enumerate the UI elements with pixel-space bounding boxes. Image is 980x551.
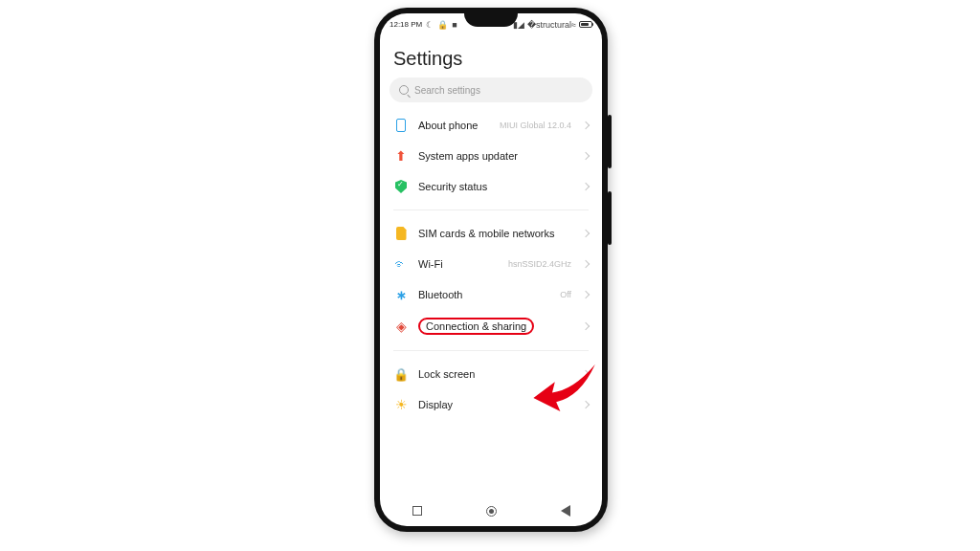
list-item-connection-and-sharing[interactable]: ◈ Connection & sharing — [380, 310, 602, 342]
share-icon: ◈ — [393, 319, 409, 334]
battery-icon — [579, 21, 592, 28]
list-item-value: MIUI Global 12.0.4 — [500, 121, 571, 130]
list-item-bluetooth[interactable]: ∗ Bluetooth Off — [380, 279, 602, 310]
side-button — [608, 191, 612, 245]
chevron-right-icon — [582, 370, 590, 378]
nav-bar — [380, 496, 602, 526]
bluetooth-icon: ∗ — [393, 287, 409, 302]
search-input[interactable]: Search settings — [390, 77, 592, 102]
list-item-value: hsnSSID2.4GHz — [508, 259, 571, 269]
chevron-right-icon — [582, 260, 590, 268]
list-item-label: Bluetooth — [418, 289, 550, 300]
chevron-right-icon — [582, 183, 590, 190]
display-notch — [464, 13, 518, 27]
list-item-about-phone[interactable]: About phone MIUI Global 12.0.4 — [380, 110, 602, 141]
phone-screen: 12:18 PM ☾ 🔒 ■ ▮◢ �structural≈ Settings … — [380, 13, 602, 526]
wifi-icon: �structural≈ — [527, 20, 576, 30]
back-button[interactable] — [561, 505, 570, 517]
side-button — [608, 115, 612, 168]
sim-icon — [393, 226, 409, 241]
camera-icon: ■ — [452, 20, 457, 30]
shield-icon — [393, 179, 409, 194]
list-item-value: Off — [560, 290, 571, 299]
sun-icon: ☀ — [393, 397, 409, 412]
update-icon: ⬆ — [393, 148, 409, 164]
list-item-lock-screen[interactable]: 🔒 Lock screen — [380, 359, 602, 389]
list-item-label: Lock screen — [418, 368, 571, 380]
chevron-right-icon — [582, 322, 590, 330]
phone-icon — [393, 118, 409, 133]
recents-button[interactable] — [412, 506, 422, 516]
divider — [393, 209, 589, 210]
clock: 12:18 PM — [390, 20, 422, 29]
divider — [393, 350, 589, 351]
phone-frame: 12:18 PM ☾ 🔒 ■ ▮◢ �structural≈ Settings … — [374, 8, 608, 532]
dnd-icon: ☾ — [426, 20, 434, 30]
lock-icon: 🔒 — [393, 366, 409, 382]
list-item-security-status[interactable]: Security status — [380, 171, 602, 202]
list-item-system-apps-updater[interactable]: ⬆ System apps updater — [380, 141, 602, 171]
list-item-label: Security status — [418, 181, 571, 192]
search-placeholder: Search settings — [414, 85, 480, 96]
list-item-label: Connection & sharing — [418, 318, 571, 335]
list-item-label: Display — [418, 399, 571, 410]
wifi-icon: ᯤ — [393, 256, 409, 272]
list-item-display[interactable]: ☀ Display — [380, 389, 602, 420]
page-title: Settings — [380, 33, 602, 77]
list-item-label: About phone — [418, 120, 490, 131]
chevron-right-icon — [582, 401, 590, 408]
chevron-right-icon — [582, 230, 590, 237]
list-item-label: Wi-Fi — [418, 258, 499, 270]
chevron-right-icon — [582, 291, 590, 298]
search-icon — [399, 85, 409, 95]
lock-icon: 🔒 — [437, 20, 448, 30]
list-item-label: SIM cards & mobile networks — [418, 228, 571, 239]
list-item-label: System apps updater — [418, 150, 571, 162]
list-item-sim-cards[interactable]: SIM cards & mobile networks — [380, 218, 602, 249]
list-item-wifi[interactable]: ᯤ Wi-Fi hsnSSID2.4GHz — [380, 249, 602, 279]
chevron-right-icon — [582, 152, 590, 160]
chevron-right-icon — [582, 121, 590, 129]
home-button[interactable] — [486, 506, 497, 517]
